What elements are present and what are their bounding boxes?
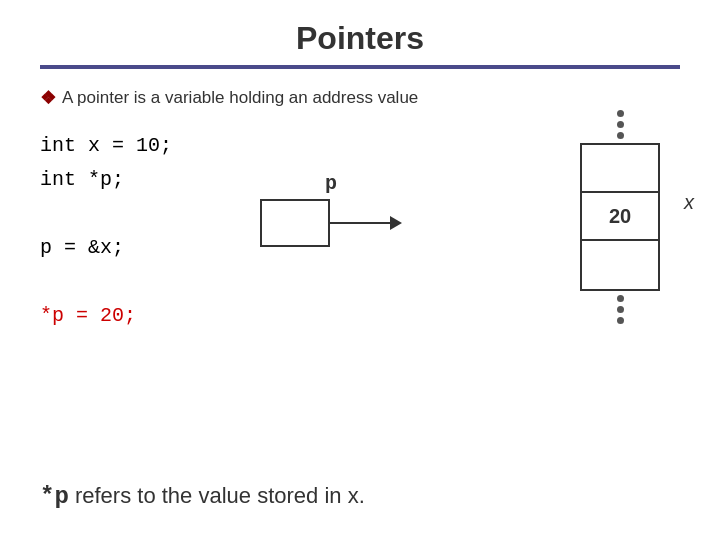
memory-cell-value: 20 [582, 193, 658, 241]
arrow-line [330, 222, 390, 224]
bullet-point: ❖ A pointer is a variable holding an add… [40, 87, 680, 109]
slide: Pointers ❖ A pointer is a variable holdi… [0, 0, 720, 540]
memory-cell-bottom [582, 241, 658, 289]
p-label: p [325, 172, 337, 195]
dot-3 [617, 132, 624, 139]
bottom-suffix: refers to the value stored in x. [69, 483, 365, 508]
memory-column: 20 [580, 143, 660, 291]
dots-top [580, 110, 660, 139]
slide-title: Pointers [40, 20, 680, 57]
bullet-text: A pointer is a variable holding an addre… [62, 88, 418, 108]
dot-4 [617, 295, 624, 302]
code-line-4: *p = 20; [40, 299, 640, 333]
dots-bottom [580, 295, 660, 324]
bottom-text: *p refers to the value stored in x. [40, 483, 680, 510]
diagram-wrapper: 20 x [580, 110, 660, 324]
code-line-1: int x = 10; [40, 129, 640, 163]
arrow-head [390, 216, 402, 230]
p-box [260, 199, 330, 247]
memory-cell-top [582, 145, 658, 193]
p-arrow-row [260, 199, 402, 247]
x-label: x [684, 191, 694, 214]
title-divider [40, 65, 680, 69]
p-box-container: p [260, 172, 402, 247]
memory-area: 20 x [580, 143, 660, 291]
pointer-arrow [330, 216, 402, 230]
dot-2 [617, 121, 624, 128]
dot-6 [617, 317, 624, 324]
bullet-icon: ❖ [40, 87, 56, 109]
dot-5 [617, 306, 624, 313]
bottom-code: *p [40, 483, 69, 510]
dot-1 [617, 110, 624, 117]
